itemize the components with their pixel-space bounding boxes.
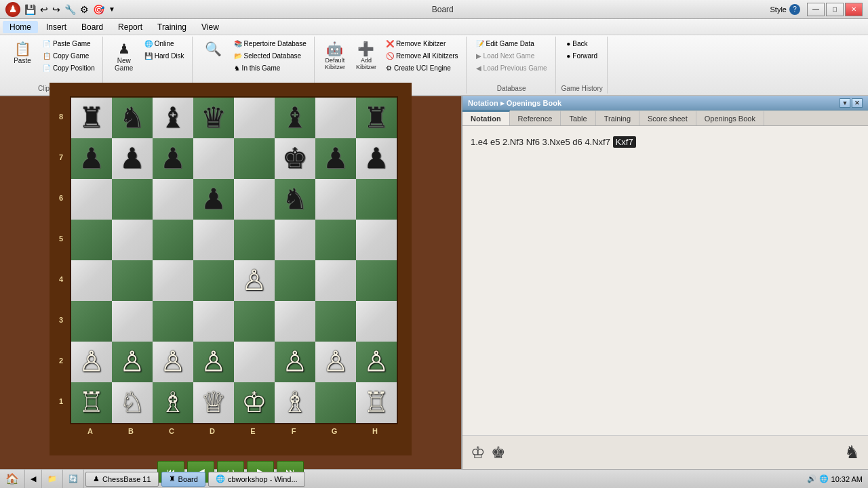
cell-b7[interactable]: ♟ (112, 138, 153, 179)
tab-training[interactable]: Training (596, 110, 639, 125)
cell-f3[interactable] (275, 301, 315, 342)
cell-a6[interactable] (71, 179, 112, 220)
cell-a4[interactable] (71, 260, 112, 301)
cell-a1[interactable]: ♖ (71, 382, 112, 423)
cell-f2[interactable]: ♙ (275, 342, 315, 382)
tab-table[interactable]: Table (561, 110, 595, 125)
notation-close-button[interactable]: ✕ (852, 98, 863, 108)
cell-d4[interactable] (193, 260, 234, 301)
help-button[interactable]: ? (789, 4, 800, 15)
tab-openings-book[interactable]: Openings Book (696, 110, 764, 125)
cell-c3[interactable] (153, 301, 193, 342)
status-start[interactable]: 🏠 (0, 470, 25, 488)
taskbar-cbworkshop[interactable]: 🌐 cbworkshop - Wind... (208, 472, 305, 487)
copy-position-button[interactable]: 📄 Copy Position (39, 62, 98, 74)
taskbar-board[interactable]: ♜ Board (161, 472, 205, 487)
cell-e6[interactable] (234, 179, 275, 220)
tab-reference[interactable]: Reference (510, 110, 561, 125)
cell-a2[interactable]: ♙ (71, 342, 112, 382)
selected-db-button[interactable]: 📂 Selected Database (231, 50, 310, 62)
notation-float-button[interactable]: ▼ (840, 98, 850, 108)
cell-h7[interactable]: ♟ (356, 138, 397, 179)
new-game-button[interactable]: ♟ New Game (108, 38, 140, 75)
cell-c6[interactable] (153, 179, 193, 220)
cell-b6[interactable] (112, 179, 153, 220)
cell-f8[interactable]: ♝ (275, 98, 315, 138)
cell-g8[interactable] (315, 98, 356, 138)
copy-game-button[interactable]: 📋 Copy Game (39, 50, 98, 62)
cell-g7[interactable]: ♟ (315, 138, 356, 179)
cell-a8[interactable]: ♜ (71, 98, 112, 138)
remove-kibitzer-button[interactable]: ❌ Remove Kibitzer (382, 38, 462, 49)
minimize-button[interactable]: — (807, 3, 825, 16)
cell-g1[interactable] (315, 382, 356, 423)
cell-e4[interactable]: ♙ (234, 260, 275, 301)
cell-h5[interactable] (356, 220, 397, 260)
status-folder[interactable]: 📁 (42, 470, 63, 488)
status-browser-back[interactable]: ◀ (25, 470, 42, 488)
remove-all-kibitzer-button[interactable]: 🚫 Remove All Kibitzers (382, 50, 462, 62)
cell-d6[interactable]: ♟ (193, 179, 234, 220)
edit-game-data-button[interactable]: 📝 Edit Game Data (473, 38, 551, 49)
menu-home[interactable]: Home (3, 21, 38, 33)
cell-e8[interactable] (234, 98, 275, 138)
cell-h1[interactable]: ♖ (356, 382, 397, 423)
tab-scoresheet[interactable]: Score sheet (639, 110, 696, 125)
cell-g5[interactable] (315, 220, 356, 260)
find-position-icon-btn[interactable]: 🔍 (198, 38, 229, 60)
default-kibitzer-button[interactable]: 🤖 Default Kibitzer (320, 38, 350, 73)
cell-c2[interactable]: ♙ (153, 342, 193, 382)
in-game-button[interactable]: ♞ In this Game (231, 62, 310, 74)
cell-f6[interactable]: ♞ (275, 179, 315, 220)
cell-d8[interactable]: ♛ (193, 98, 234, 138)
menu-view[interactable]: View (195, 21, 226, 33)
cell-b1[interactable]: ♘ (112, 382, 153, 423)
cell-e1[interactable]: ♔ (234, 382, 275, 423)
quick-access-down[interactable]: ▼ (108, 5, 115, 13)
cell-e7[interactable] (234, 138, 275, 179)
cell-c7[interactable]: ♟ (153, 138, 193, 179)
cell-h6[interactable] (356, 179, 397, 220)
quick-access-save[interactable]: 💾 (24, 4, 36, 15)
chess-board[interactable]: ♜♞♝♛♝♜♟♟♟♚♟♟♟♞♙♙♙♙♙♙♙♙♖♘♗♕♔♗♖ (70, 96, 398, 424)
cell-d2[interactable]: ♙ (193, 342, 234, 382)
forward-button[interactable]: ● Forward (563, 50, 601, 62)
hard-disk-button[interactable]: 💾 Hard Disk (141, 50, 188, 62)
cell-d1[interactable]: ♕ (193, 382, 234, 423)
cell-f4[interactable] (275, 260, 315, 301)
cell-d3[interactable] (193, 301, 234, 342)
cell-g2[interactable]: ♙ (315, 342, 356, 382)
menu-board[interactable]: Board (75, 21, 110, 33)
menu-report[interactable]: Report (111, 21, 149, 33)
cell-e5[interactable] (234, 220, 275, 260)
cell-f7[interactable]: ♚ (275, 138, 315, 179)
cell-a7[interactable]: ♟ (71, 138, 112, 179)
quick-access-undo[interactable]: ↩ (40, 4, 48, 15)
cell-e3[interactable] (234, 301, 275, 342)
status-refresh[interactable]: 🔄 (63, 470, 84, 488)
paste-button[interactable]: 📋 Paste (7, 38, 38, 67)
cell-f5[interactable] (275, 220, 315, 260)
cell-b2[interactable]: ♙ (112, 342, 153, 382)
cell-h3[interactable] (356, 301, 397, 342)
add-kibitzer-button[interactable]: ➕ Add Kibitzer (351, 38, 381, 73)
cell-b4[interactable] (112, 260, 153, 301)
cell-h8[interactable]: ♜ (356, 98, 397, 138)
cell-c1[interactable]: ♗ (153, 382, 193, 423)
maximize-button[interactable]: □ (826, 3, 844, 16)
cell-g4[interactable] (315, 260, 356, 301)
online-button[interactable]: 🌐 Online (141, 38, 188, 49)
cell-h2[interactable]: ♙ (356, 342, 397, 382)
cell-b5[interactable] (112, 220, 153, 260)
cell-h4[interactable] (356, 260, 397, 301)
cell-b8[interactable]: ♞ (112, 98, 153, 138)
paste-position-button[interactable]: 📄 Paste Game (39, 38, 98, 49)
cell-c4[interactable] (153, 260, 193, 301)
repertoire-db-button[interactable]: 📚 Repertoire Database (231, 38, 310, 49)
cell-d7[interactable] (193, 138, 234, 179)
cell-f1[interactable]: ♗ (275, 382, 315, 423)
cell-c5[interactable] (153, 220, 193, 260)
menu-training[interactable]: Training (151, 21, 193, 33)
tab-notation[interactable]: Notation (462, 110, 510, 125)
create-uci-button[interactable]: ⚙ Create UCI Engine (382, 62, 462, 74)
